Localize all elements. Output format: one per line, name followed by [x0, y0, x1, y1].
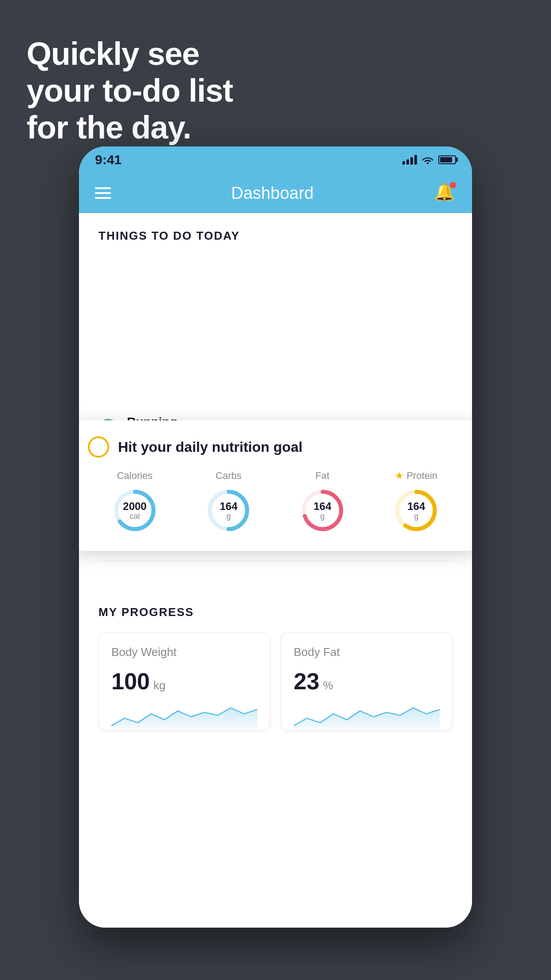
donut-unit: g — [220, 512, 237, 520]
progress-section: MY PROGRESS Body Weight 100 kg Body Fat … — [79, 579, 472, 748]
hero-line1: Quickly see — [27, 36, 233, 72]
nutrition-item-protein: ★ Protein 164 g — [392, 470, 441, 535]
progress-card-title: Body Weight — [111, 645, 257, 659]
nutrition-item-fat: Fat 164 g — [298, 470, 347, 535]
main-content: THINGS TO DO TODAY Hit your daily nutrit… — [79, 213, 472, 928]
signal-icon — [402, 155, 417, 165]
nutrition-card-title: Hit your daily nutrition goal — [118, 439, 303, 455]
progress-cards: Body Weight 100 kg Body Fat 23 % — [98, 632, 453, 731]
nutrition-item-carbs: Carbs 164 g — [204, 470, 253, 535]
things-to-do-header: THINGS TO DO TODAY — [79, 213, 472, 252]
hero-line3: for the day. — [27, 109, 233, 146]
nutrition-row: Calories 2000 cal Carbs — [88, 470, 463, 535]
donut-container: 2000 cal — [110, 486, 159, 535]
donut-unit: g — [314, 512, 331, 520]
progress-value-row: 23 % — [294, 668, 440, 695]
nutrition-label: ★ Protein — [395, 470, 437, 482]
nutrition-card: Hit your daily nutrition goal Calories 2… — [79, 420, 472, 551]
nutrition-check-circle[interactable] — [88, 436, 109, 458]
progress-chart — [294, 703, 440, 730]
progress-chart — [111, 703, 257, 730]
progress-value-row: 100 kg — [111, 668, 257, 695]
battery-icon — [438, 155, 456, 164]
progress-card-body-fat[interactable]: Body Fat 23 % — [281, 632, 453, 731]
donut-value: 164 — [407, 501, 425, 512]
nutrition-label: Calories — [117, 470, 153, 482]
hamburger-menu[interactable] — [95, 187, 111, 199]
nav-title: Dashboard — [231, 184, 314, 203]
star-icon: ★ — [395, 470, 404, 482]
nutrition-card-header: Hit your daily nutrition goal — [88, 436, 463, 458]
nutrition-label: Fat — [315, 470, 330, 482]
hero-text: Quickly see your to-do list for the day. — [27, 36, 233, 146]
todo-list-wrapper: Hit your daily nutrition goal Calories 2… — [79, 403, 472, 561]
donut-container: 164 g — [298, 486, 347, 535]
status-icons — [402, 155, 456, 165]
donut-value: 2000 — [123, 501, 146, 512]
donut-unit: g — [407, 512, 425, 520]
donut-value: 164 — [220, 501, 237, 512]
donut-value: 164 — [314, 501, 331, 512]
phone-mockup: 9:41 Dashboard 🔔 THINGS TO D — [79, 146, 472, 928]
progress-card-title: Body Fat — [294, 645, 440, 659]
donut-container: 164 g — [204, 486, 253, 535]
donut-container: 164 g — [392, 486, 441, 535]
nutrition-item-calories: Calories 2000 cal — [110, 470, 159, 535]
nav-bar: Dashboard 🔔 — [79, 173, 472, 213]
wifi-icon — [421, 155, 434, 164]
notification-button[interactable]: 🔔 — [434, 182, 456, 204]
sparkline-svg — [111, 703, 257, 730]
notification-dot — [450, 182, 456, 188]
progress-card-body-weight[interactable]: Body Weight 100 kg — [98, 632, 270, 731]
status-time: 9:41 — [95, 152, 122, 167]
nutrition-label: Carbs — [216, 470, 242, 482]
progress-unit: % — [323, 679, 333, 692]
hero-line2: your to-do list — [27, 72, 233, 109]
progress-unit: kg — [153, 679, 165, 692]
status-bar: 9:41 — [79, 146, 472, 173]
donut-unit: cal — [123, 512, 146, 520]
progress-header: MY PROGRESS — [98, 605, 453, 619]
sparkline-svg — [294, 703, 440, 730]
progress-value: 23 — [294, 668, 319, 695]
progress-value: 100 — [111, 668, 150, 695]
